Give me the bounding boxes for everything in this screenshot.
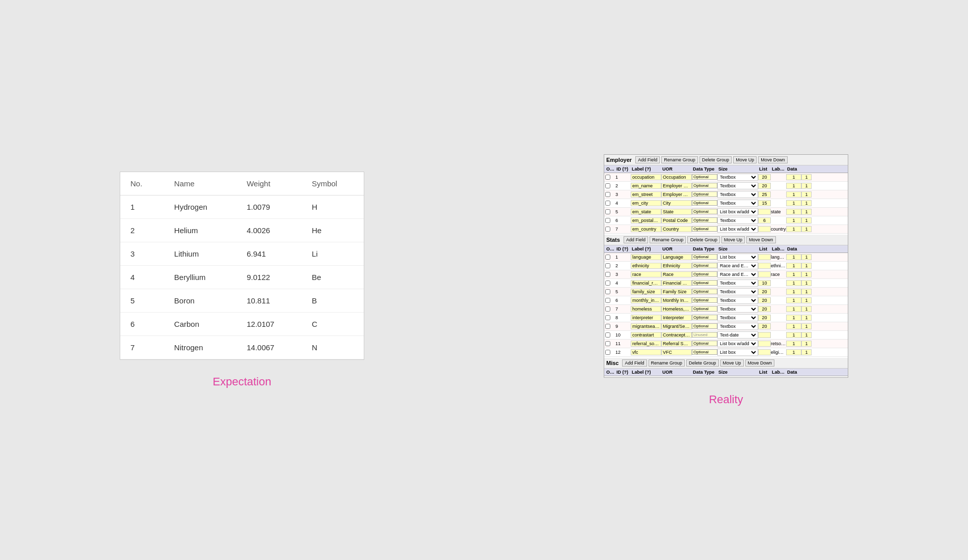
row-data-input[interactable] [801,341,812,347]
row-cols-input[interactable] [786,306,801,312]
row-label-input[interactable] [661,174,692,180]
row-id-input[interactable] [631,315,661,321]
row-datatype-select[interactable]: TextboxList boxList box w/addRace and Et… [717,191,758,198]
row-uor-button[interactable]: Optional [692,306,717,312]
row-datatype-select[interactable]: TextboxList boxList box w/addRace and Et… [717,323,758,330]
row-uor-button[interactable]: Optional [692,226,717,232]
row-id-input[interactable] [631,226,661,232]
row-id-input[interactable] [631,306,661,312]
row-data-input[interactable] [801,332,812,338]
row-data-input[interactable] [801,191,812,198]
row-size-input[interactable] [758,174,771,180]
row-id-input[interactable] [631,332,661,338]
row-size-input[interactable] [758,289,771,295]
row-uor-button[interactable]: Optional [692,217,717,223]
row-id-input[interactable] [631,174,661,180]
group-btn-move-up[interactable]: Move Up [720,359,744,367]
row-data-input[interactable] [801,306,812,312]
row-id-input[interactable] [631,341,661,347]
row-datatype-select[interactable]: TextboxList boxList box w/addRace and Et… [717,305,758,313]
row-datatype-select[interactable]: TextboxList boxList box w/addRace and Et… [717,279,758,287]
row-datatype-select[interactable]: TextboxList boxList box w/addRace and Et… [717,200,758,207]
row-uor-button[interactable]: Optional [692,263,717,268]
row-uor-button[interactable]: Optional [692,191,717,197]
row-datatype-select[interactable]: TextboxList boxList box w/addRace and Et… [717,340,758,347]
row-cols-input[interactable] [786,332,801,338]
row-cols-input[interactable] [786,209,801,215]
row-data-input[interactable] [801,209,812,215]
row-uor-button[interactable]: Unused [692,332,717,338]
row-datatype-select[interactable]: TextboxList boxList box w/addRace and Et… [717,349,758,356]
row-id-input[interactable] [631,280,661,286]
group-btn-move-up[interactable]: Move Up [721,236,745,243]
row-id-input[interactable] [631,297,661,303]
row-checkbox[interactable] [605,315,610,320]
row-data-input[interactable] [801,174,812,180]
row-data-input[interactable] [801,271,812,277]
row-uor-button[interactable]: Optional [692,271,717,277]
row-cols-input[interactable] [786,341,801,347]
row-datatype-select[interactable]: TextboxList boxList box w/addRace and Et… [717,314,758,321]
row-data-input[interactable] [801,323,812,329]
row-size-input[interactable] [758,226,771,232]
row-id-input[interactable] [631,209,661,215]
row-id-input[interactable] [631,254,661,260]
row-size-input[interactable] [758,217,771,223]
row-size-input[interactable] [758,306,771,312]
row-checkbox[interactable] [605,281,610,286]
row-id-input[interactable] [631,263,661,269]
row-cols-input[interactable] [786,254,801,260]
row-uor-button[interactable]: Optional [692,183,717,188]
row-cols-input[interactable] [786,297,801,303]
row-uor-button[interactable]: Optional [692,254,717,260]
row-datatype-select[interactable]: TextboxList boxList box w/addRace and Et… [717,262,758,269]
row-label-input[interactable] [661,263,692,269]
row-cols-input[interactable] [786,280,801,286]
row-cols-input[interactable] [786,200,801,206]
row-id-input[interactable] [631,323,661,329]
row-cols-input[interactable] [786,183,801,189]
group-btn-delete-group[interactable]: Delete Group [687,236,720,243]
row-datatype-select[interactable]: TextboxList boxList box w/addRace and Et… [717,254,758,261]
row-size-input[interactable] [758,263,771,269]
row-datatype-select[interactable]: TextboxList boxList box w/addRace and Et… [717,271,758,278]
group-btn-rename-group[interactable]: Rename Group [650,236,686,243]
row-uor-button[interactable]: Optional [692,209,717,214]
row-cols-input[interactable] [786,217,801,223]
row-cols-input[interactable] [786,289,801,295]
row-size-input[interactable] [758,323,771,329]
row-label-input[interactable] [661,226,692,232]
row-id-input[interactable] [631,217,661,223]
row-id-input[interactable] [631,271,661,277]
row-label-input[interactable] [661,254,692,260]
row-label-input[interactable] [661,217,692,223]
row-uor-button[interactable]: Optional [692,315,717,320]
row-data-input[interactable] [801,280,812,286]
row-data-input[interactable] [801,226,812,232]
row-size-input[interactable] [758,271,771,277]
row-checkbox[interactable] [605,332,610,338]
row-size-input[interactable] [758,297,771,303]
row-checkbox[interactable] [605,255,610,260]
row-datatype-select[interactable]: TextboxList boxList box w/addRace and Et… [717,208,758,215]
row-checkbox[interactable] [605,272,610,277]
row-uor-button[interactable]: Optional [692,174,717,180]
row-data-input[interactable] [801,289,812,295]
row-cols-input[interactable] [786,323,801,329]
row-checkbox[interactable] [605,183,610,188]
row-label-input[interactable] [661,323,692,329]
row-label-input[interactable] [661,209,692,215]
row-size-input[interactable] [758,209,771,215]
row-data-input[interactable] [801,263,812,269]
group-btn-rename-group[interactable]: Rename Group [661,156,698,163]
row-cols-input[interactable] [786,263,801,269]
row-size-input[interactable] [758,341,771,347]
row-cols-input[interactable] [786,226,801,232]
row-uor-button[interactable]: Optional [692,341,717,346]
row-size-input[interactable] [758,191,771,198]
row-datatype-select[interactable]: TextboxList boxList box w/addRace and Et… [717,226,758,233]
row-label-input[interactable] [661,315,692,321]
row-cols-input[interactable] [786,315,801,321]
row-uor-button[interactable]: Optional [692,297,717,303]
row-data-input[interactable] [801,315,812,321]
